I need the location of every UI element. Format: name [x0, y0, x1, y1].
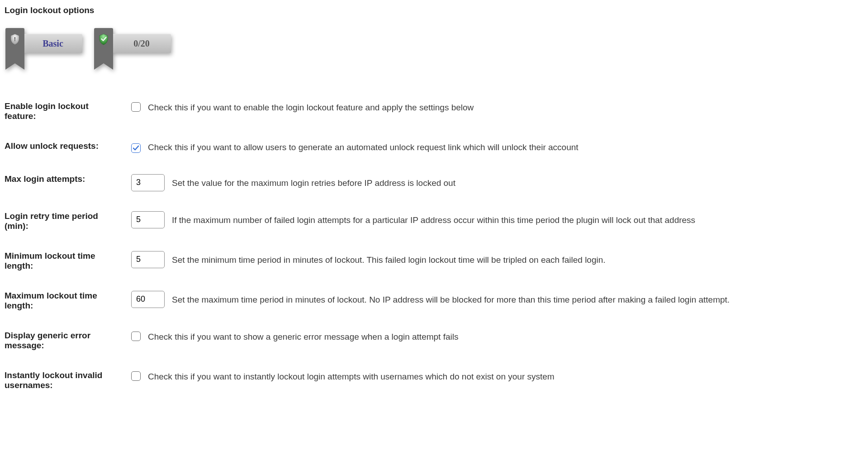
- ribbon-score: [94, 28, 113, 63]
- badge-basic-label: Basic: [24, 34, 82, 53]
- label-allow-unlock: Allow unlock requests:: [5, 141, 131, 154]
- checkbox-generic-error[interactable]: [131, 332, 141, 341]
- desc-max-lockout: Set the maximum time period in minutes o…: [172, 291, 846, 307]
- row-min-lockout: Minimum lockout time length: Set the min…: [5, 251, 846, 271]
- label-enable-lockout: Enable login lockout feature:: [5, 101, 131, 121]
- desc-enable-lockout: Check this if you want to enable the log…: [148, 103, 474, 112]
- shield-icon: !: [10, 33, 20, 47]
- label-min-lockout: Minimum lockout time length:: [5, 251, 131, 271]
- badge-basic: ! Basic: [5, 28, 82, 63]
- input-max-lockout[interactable]: [131, 291, 165, 308]
- desc-max-attempts: Set the value for the maximum login retr…: [172, 174, 846, 190]
- desc-instant-lockout: Check this if you want to instantly lock…: [148, 372, 555, 381]
- row-max-lockout: Maximum lockout time length: Set the max…: [5, 291, 846, 311]
- row-instant-lockout: Instantly lockout invalid usernames: Che…: [5, 370, 846, 390]
- badge-score-label: 0/20: [112, 34, 171, 53]
- row-generic-error: Display generic error message: Check thi…: [5, 331, 846, 351]
- label-generic-error: Display generic error message:: [5, 331, 131, 351]
- section-title: Login lockout options: [5, 5, 863, 15]
- input-retry-period[interactable]: [131, 211, 165, 228]
- label-retry-period: Login retry time period (min):: [5, 211, 131, 231]
- desc-min-lockout: Set the minimum time period in minutes o…: [172, 251, 846, 267]
- checkbox-enable-lockout[interactable]: [131, 102, 141, 112]
- label-max-lockout: Maximum lockout time length:: [5, 291, 131, 311]
- svg-text:!: !: [14, 36, 16, 43]
- input-max-attempts[interactable]: [131, 174, 165, 191]
- desc-generic-error: Check this if you want to show a generic…: [148, 332, 458, 341]
- desc-allow-unlock: Check this if you want to allow users to…: [148, 142, 579, 152]
- row-enable-lockout: Enable login lockout feature: Check this…: [5, 101, 846, 121]
- row-allow-unlock: Allow unlock requests: Check this if you…: [5, 141, 846, 154]
- label-instant-lockout: Instantly lockout invalid usernames:: [5, 370, 131, 390]
- label-max-attempts: Max login attempts:: [5, 174, 131, 191]
- checkbox-instant-lockout[interactable]: [131, 371, 141, 381]
- checkbox-allow-unlock[interactable]: [131, 143, 141, 153]
- shield-check-icon: [99, 33, 109, 47]
- security-badges: ! Basic 0/20: [5, 28, 863, 63]
- ribbon-basic: !: [5, 28, 24, 63]
- settings-table: Enable login lockout feature: Check this…: [5, 81, 846, 410]
- badge-score: 0/20: [94, 28, 171, 63]
- row-retry-period: Login retry time period (min): If the ma…: [5, 211, 846, 231]
- input-min-lockout[interactable]: [131, 251, 165, 268]
- row-max-attempts: Max login attempts: Set the value for th…: [5, 174, 846, 191]
- desc-retry-period: If the maximum number of failed login at…: [172, 211, 846, 227]
